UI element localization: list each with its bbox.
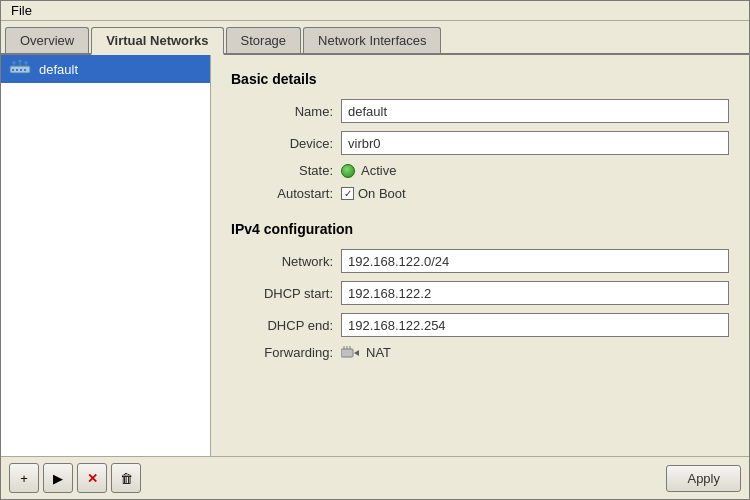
svg-point-8	[16, 69, 18, 71]
add-icon: +	[20, 471, 28, 486]
name-input[interactable]	[341, 99, 729, 123]
autostart-value: ✓ On Boot	[341, 186, 406, 201]
svg-point-4	[13, 61, 16, 64]
svg-point-5	[19, 60, 22, 62]
play-button[interactable]: ▶	[43, 463, 73, 493]
state-value: Active	[341, 163, 396, 178]
trash-icon: 🗑	[120, 471, 133, 486]
device-label: Device:	[231, 136, 341, 151]
name-row: Name:	[231, 99, 729, 123]
network-icon	[9, 60, 31, 78]
sidebar-item-default-label: default	[39, 62, 78, 77]
autostart-text: On Boot	[358, 186, 406, 201]
dhcp-start-label: DHCP start:	[231, 286, 341, 301]
network-label: Network:	[231, 254, 341, 269]
tab-network-interfaces-label: Network Interfaces	[318, 33, 426, 48]
apply-label: Apply	[687, 471, 720, 486]
state-label: State:	[231, 163, 341, 178]
stop-icon: ✕	[87, 471, 98, 486]
tab-overview[interactable]: Overview	[5, 27, 89, 53]
autostart-row: Autostart: ✓ On Boot	[231, 186, 729, 201]
basic-details-title: Basic details	[231, 71, 729, 87]
menubar: File	[1, 1, 749, 21]
bottom-bar: + ▶ ✕ 🗑 Apply	[1, 456, 749, 499]
network-input[interactable]	[341, 249, 729, 273]
tab-virtual-networks-label: Virtual Networks	[106, 33, 208, 48]
forwarding-value: NAT	[341, 345, 391, 360]
add-button[interactable]: +	[9, 463, 39, 493]
svg-point-7	[12, 69, 14, 71]
dhcp-start-input[interactable]	[341, 281, 729, 305]
file-menu[interactable]: File	[5, 1, 38, 20]
sidebar-item-default[interactable]: default	[1, 55, 210, 83]
device-row: Device:	[231, 131, 729, 155]
forwarding-text: NAT	[366, 345, 391, 360]
nat-icon	[341, 346, 359, 360]
state-text: Active	[361, 163, 396, 178]
autostart-label: Autostart:	[231, 186, 341, 201]
svg-marker-15	[354, 350, 359, 356]
tab-virtual-networks[interactable]: Virtual Networks	[91, 27, 223, 55]
dhcp-end-input[interactable]	[341, 313, 729, 337]
bottom-left-buttons: + ▶ ✕ 🗑	[9, 463, 141, 493]
device-input[interactable]	[341, 131, 729, 155]
svg-rect-11	[341, 349, 353, 357]
autostart-checkbox[interactable]: ✓	[341, 187, 354, 200]
tab-storage[interactable]: Storage	[226, 27, 302, 53]
dhcp-end-row: DHCP end:	[231, 313, 729, 337]
svg-point-6	[25, 61, 28, 64]
main-panel: Basic details Name: Device: State: Activ…	[211, 55, 749, 456]
tab-storage-label: Storage	[241, 33, 287, 48]
svg-point-10	[24, 69, 26, 71]
apply-button[interactable]: Apply	[666, 465, 741, 492]
name-label: Name:	[231, 104, 341, 119]
play-icon: ▶	[53, 471, 63, 486]
tab-overview-label: Overview	[20, 33, 74, 48]
tab-network-interfaces[interactable]: Network Interfaces	[303, 27, 441, 53]
tabs-bar: Overview Virtual Networks Storage Networ…	[1, 21, 749, 55]
dhcp-start-row: DHCP start:	[231, 281, 729, 305]
ipv4-section-title: IPv4 configuration	[231, 221, 729, 237]
sidebar: default	[1, 55, 211, 456]
ipv4-section: IPv4 configuration Network: DHCP start: …	[231, 221, 729, 360]
svg-point-9	[20, 69, 22, 71]
trash-button[interactable]: 🗑	[111, 463, 141, 493]
stop-button[interactable]: ✕	[77, 463, 107, 493]
forwarding-row: Forwarding: NAT	[231, 345, 729, 360]
active-status-icon	[341, 164, 355, 178]
dhcp-end-label: DHCP end:	[231, 318, 341, 333]
network-row: Network:	[231, 249, 729, 273]
state-row: State: Active	[231, 163, 729, 178]
forwarding-label: Forwarding:	[231, 345, 341, 360]
main-window: File Overview Virtual Networks Storage N…	[0, 0, 750, 500]
content-area: default Basic details Name: Device: Stat…	[1, 55, 749, 456]
